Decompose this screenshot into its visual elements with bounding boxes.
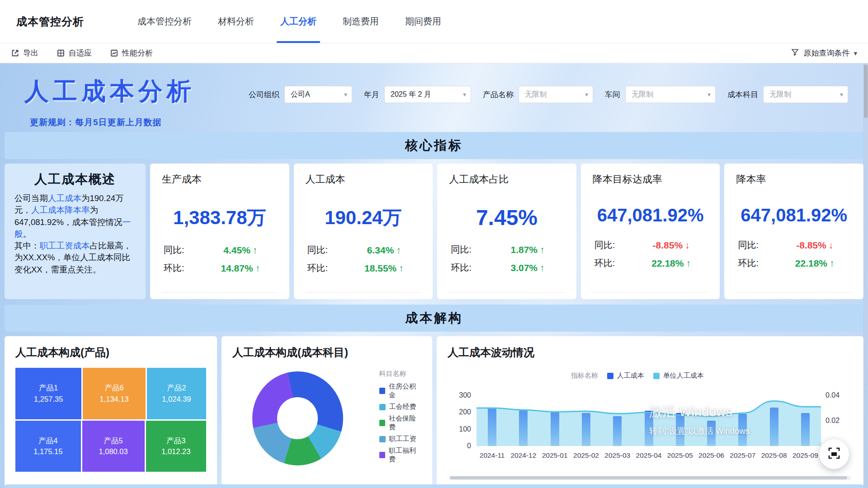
- metric-card-2: 人工成本占比7.45%同比:1.87%↑环比:3.07%↑: [437, 164, 576, 299]
- donut-legend-item-1[interactable]: 工会经费: [379, 403, 422, 411]
- bar-2025-08[interactable]: [770, 408, 778, 446]
- bar-2025-03[interactable]: [613, 416, 622, 446]
- metric-card-rows: 同比:1.87%↑环比:3.07%↑: [449, 244, 565, 274]
- combo-legend: 指标名称 人工成本单位人工成本: [571, 371, 704, 380]
- donut-legend-item-2[interactable]: 社会保险费: [379, 414, 422, 432]
- metric-card-rows: 同比:4.45%↑环比:14.87%↑: [162, 244, 278, 274]
- donut-legend-item-3[interactable]: 职工工资: [379, 435, 422, 443]
- page-title: 人工成本分析: [24, 75, 195, 108]
- metric-row-label: 同比:: [451, 244, 492, 256]
- nav-tab-4[interactable]: 期间费用: [405, 0, 441, 43]
- metric-row-label: 环比:: [594, 257, 636, 269]
- summary-link[interactable]: 人工成本: [48, 193, 81, 203]
- nav-tab-2[interactable]: 人工分析: [280, 0, 316, 43]
- filter-select-4[interactable]: 无限制▾: [763, 86, 848, 103]
- summary-link[interactable]: 人工成本降本率: [31, 205, 90, 215]
- filter-bar: 公司组织公司A▾年月2025 年 2 月▾产品名称无限制▾车间无限制▾成本科目无…: [249, 86, 848, 103]
- donut-legend-item-0[interactable]: 住房公积金: [379, 382, 422, 399]
- bar-2025-04[interactable]: [645, 411, 653, 446]
- filter-select-3[interactable]: 无限制▾: [625, 86, 716, 103]
- filter-select-1[interactable]: 2025 年 2 月▾: [384, 86, 471, 103]
- filter-2: 产品名称无限制▾: [483, 86, 593, 103]
- metric-card-value: 7.45%: [449, 205, 565, 230]
- nav-tab-1[interactable]: 材料分析: [218, 0, 254, 43]
- nav-tab-3[interactable]: 制造费用: [343, 0, 379, 43]
- bar-2025-07[interactable]: [738, 414, 747, 446]
- donut-chart[interactable]: [252, 371, 343, 465]
- treemap-tile[interactable]: 产品21,024.39: [147, 368, 206, 419]
- metric-cards-row: 人工成本概述 公司当期人工成本为190.24万元，人工成本降本率为647,081…: [5, 164, 863, 299]
- bar-2025-01[interactable]: [551, 412, 559, 446]
- metric-row-value: 1.87%↑: [492, 244, 563, 255]
- section-title-core: 核心指标: [405, 137, 463, 154]
- summary-text: 其中：: [14, 241, 40, 250]
- y-axis-left-tick: 300: [448, 391, 471, 399]
- vertical-scrollbar-thumb[interactable]: [864, 65, 868, 118]
- metric-row-value: 14.87%↑: [205, 263, 276, 274]
- performance-button[interactable]: 性能分析: [110, 48, 153, 58]
- metric-row-value: 6.34%↑: [349, 245, 420, 256]
- donut-legend-item-4[interactable]: 职工福利费: [379, 446, 422, 464]
- arrow-up-icon: ↑: [399, 263, 404, 273]
- filter-select-2[interactable]: 无限制▾: [519, 86, 593, 103]
- metric-row-label: 同比:: [738, 239, 779, 251]
- horizontal-scrollbar-thumb[interactable]: [450, 476, 847, 479]
- treemap-tile-value: 1,080.03: [99, 446, 127, 457]
- dashboard-header: 人工成本分析 更新规则：每月5日更新上月数据 公司组织公司A▾年月2025 年 …: [0, 63, 868, 132]
- bar-2025-05[interactable]: [676, 413, 684, 446]
- bar-2025-09[interactable]: [801, 413, 810, 446]
- metric-card-rows: 同比:-8.85%↓环比:22.18%↑: [736, 239, 852, 269]
- arrow-up-icon: ↑: [540, 263, 545, 273]
- legend-label: 职工工资: [389, 435, 416, 443]
- treemap-tile-value: 1,175.15: [33, 446, 62, 457]
- bar-2025-06[interactable]: [707, 421, 716, 446]
- bar-2024-12[interactable]: [519, 410, 528, 446]
- funnel-icon: [791, 48, 799, 59]
- arrow-up-icon: ↑: [253, 245, 258, 255]
- metric-card-rows: 同比:6.34%↑环比:18.55%↑: [306, 244, 421, 274]
- treemap-tile[interactable]: 产品51,080.03: [82, 421, 145, 472]
- treemap-tile-value: 1,012.23: [161, 446, 190, 457]
- metric-card-value: 647,081.92%: [593, 205, 708, 225]
- treemap-row-0: 产品11,257.35产品61,134.13产品21,024.39: [15, 368, 206, 419]
- treemap-tile-name: 产品5: [104, 435, 123, 446]
- treemap-tile[interactable]: 产品31,012.23: [146, 421, 206, 472]
- combo-legend-item-0[interactable]: 人工成本: [607, 371, 644, 380]
- metric-row-label: 环比:: [307, 262, 349, 274]
- combo-legend-item-1[interactable]: 单位人工成本: [653, 371, 704, 380]
- bar-2024-11[interactable]: [488, 408, 496, 446]
- metric-row-value: 18.55%↑: [349, 263, 420, 274]
- metric-row-label: 环比:: [164, 262, 205, 274]
- legend-label: 职工福利费: [389, 446, 421, 464]
- filter-select-0[interactable]: 公司A▾: [284, 86, 352, 103]
- legend-swatch-icon: [607, 373, 613, 379]
- metric-row: 环比:3.07%↑: [451, 262, 563, 274]
- y-axis-left-tick: 0: [448, 442, 471, 450]
- treemap-tile-name: 产品1: [39, 382, 58, 394]
- bar-2025-02[interactable]: [582, 413, 590, 446]
- fullscreen-button[interactable]: [819, 439, 849, 469]
- filter-label-1: 年月: [364, 89, 379, 100]
- summary-link[interactable]: 职工工资成本: [40, 241, 90, 250]
- nav-tab-0[interactable]: 成本管控分析: [137, 0, 192, 43]
- metric-row: 同比:4.45%↑: [164, 244, 276, 256]
- adaptive-button[interactable]: 自适应: [57, 48, 92, 58]
- query-conditions-button[interactable]: 原始查询条件 ▾: [791, 48, 857, 59]
- export-button[interactable]: 导出: [11, 48, 38, 58]
- summary-card: 人工成本概述 公司当期人工成本为190.24万元，人工成本降本率为647,081…: [5, 164, 146, 299]
- treemap-tile[interactable]: 产品41,175.15: [15, 421, 81, 472]
- arrow-up-icon: ↑: [540, 244, 545, 255]
- legend-swatch-icon: [379, 404, 386, 410]
- metric-row-label: 同比:: [307, 244, 349, 256]
- treemap-tile[interactable]: 产品11,257.35: [15, 368, 81, 419]
- combo-card: 人工成本波动情况 指标名称 人工成本单位人工成本 30020010000.040…: [437, 336, 863, 487]
- metric-row-value: -8.85%↓: [636, 240, 707, 251]
- adaptive-label: 自适应: [69, 48, 92, 58]
- metric-row: 同比:6.34%↑: [307, 244, 420, 256]
- treemap-tile[interactable]: 产品61,134.13: [83, 368, 145, 419]
- arrow-down-icon: ↓: [829, 240, 834, 250]
- metric-row: 环比:22.18%↑: [738, 257, 850, 269]
- x-axis-label: 2025-05: [667, 451, 693, 460]
- filter-label-4: 成本科目: [727, 89, 758, 100]
- filter-3: 车间无限制▾: [605, 86, 716, 103]
